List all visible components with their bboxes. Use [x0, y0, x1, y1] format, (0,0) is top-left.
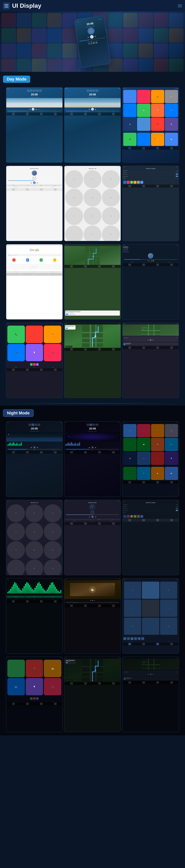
header-left: UI Display: [3, 2, 41, 9]
day-social-screen: 17:45BT ● SocialMusic 华乐_0198.mp4 华乐_019…: [122, 244, 179, 319]
night-mode-section: Night Mode 20:08●●● 20:08 A soothing pla…: [0, 406, 185, 736]
night-bt-call-screen: 17:45BT ● Bluetooth_Call 1 2 3 4 5 6 7 8…: [6, 500, 63, 575]
day-mode-section: Day Mode 20:08●●● 20:08 A soothing place…: [0, 72, 185, 401]
menu-button[interactable]: [3, 2, 10, 9]
day-bt-call-screen: 17:45BT ● Bluetooth_Call 1 2 3 4 5 6 7 8…: [64, 166, 121, 241]
svg-rect-37: [141, 668, 160, 669]
svg-rect-21: [141, 330, 160, 331]
day-music-screen-1: 20:08●●● 20:08 A soothing place of still…: [6, 87, 63, 163]
night-bt-settings-screen: 17:45BT ● Bluetooth_Settings Device name…: [122, 500, 179, 575]
night-music-1: 20:08●●● 20:08 A soothing place of still…: [6, 422, 63, 497]
hero-controls: ⏮ ⏸ ⏭: [87, 34, 96, 39]
night-equalizer-screen: 01:54BT 31621252505001k2k4k8k16k BASS MI…: [6, 578, 63, 654]
night-bt-music-screen: 17:43BT ● Bluetooth_Music 🎵 Music Title …: [64, 500, 121, 575]
hero-section: ●●WiFi BT 20:08 A soothing place of stil…: [0, 11, 185, 72]
night-waze-screen: 03:33BT ● Sunny Coffee Sistern Resta: [64, 657, 121, 732]
night-mode-badge: Night Mode: [3, 409, 34, 417]
night-row-1: 20:08●●● 20:08 A soothing place of still…: [3, 420, 182, 498]
night-carplay-screen: 16:51BT ● 📞 🎵 📻 📺 🎙 🎧 S 🎵 P EMAILGPSAUTS: [6, 657, 63, 732]
day-waze-screen: 03:33BT ● Sunny Coffee Sistern: [64, 322, 121, 398]
mode-divider: [3, 403, 182, 404]
day-row-1: 20:08●●● 20:08 A soothing place of still…: [3, 86, 182, 164]
day-row-3: 01:54BT ● Google 🔍 Search or type URL G …: [3, 243, 182, 321]
day-nav-screen: 03:32BT ●: [64, 244, 121, 319]
night-media-screen: 03:32BT 🍜 📷 ⏮ ▶ ⏭ EMAILGPSAUTS: [64, 578, 121, 654]
day-music-screen-2: 20:08●●● 20:08 A soothing place of still…: [64, 87, 121, 163]
svg-text:18:19 ETA: 18:19 ETA: [142, 327, 147, 329]
app-header: UI Display: [0, 0, 185, 11]
night-row-4: 16:51BT ● 📞 🎵 📻 📺 🎙 🎧 S 🎵 P EMAILGPSAUTS: [3, 655, 182, 734]
svg-rect-26: [90, 658, 91, 681]
svg-rect-22: [141, 334, 160, 335]
night-music-2: 20:08●●● 20:08 A soothing place of still…: [64, 422, 121, 497]
page-title: UI Display: [12, 2, 41, 9]
svg-rect-11: [90, 324, 91, 347]
day-bt-music-screen: 17:43BT ● Bluetooth_Music 🎵 Music Title …: [6, 166, 63, 241]
day-home-screen: 17:46BT WiFi 🔭 🎵 📷 ⚙ 📞 💬 🗺 BT 📻 🚗 🎥 📡 📱 …: [122, 87, 179, 163]
night-not-playing-screen: 08:01BT ● 18:19 ETA 9.0 km Not Playing 🎵: [122, 657, 179, 732]
night-row-3: 01:54BT 31621252505001k2k4k8k16k BASS MI…: [3, 577, 182, 655]
nav-lines-button[interactable]: [178, 4, 182, 7]
svg-rect-36: [141, 664, 160, 665]
day-row-2: 17:43BT ● Bluetooth_Music 🎵 Music Title …: [3, 164, 182, 243]
night-row-2: 17:45BT ● Bluetooth_Call 1 2 3 4 5 6 7 8…: [3, 498, 182, 577]
day-mode-badge: Day Mode: [3, 75, 30, 83]
svg-text:9.0 km: 9.0 km: [142, 329, 144, 330]
day-bt-settings-screen: 17:45BT ● Bluetooth_Settings Device name…: [122, 166, 179, 241]
bt-music-label: Bluetooth_Music: [6, 167, 62, 169]
svg-rect-0: [85, 246, 100, 265]
day-not-playing-screen: 08:01BT ● 18:19 ETA 9.0 km Not Playing 🎵: [122, 322, 179, 398]
svg-point-8: [96, 248, 97, 249]
day-google-screen: 01:54BT ● Google 🔍 Search or type URL G …: [6, 244, 63, 319]
hero-device-time: 20:08: [86, 22, 94, 26]
svg-rect-13: [82, 332, 103, 333]
hero-album-art: 🎵: [87, 27, 95, 35]
svg-text:18:19 ETA: 18:19 ETA: [142, 661, 147, 662]
night-nav-screen: 08:01BT ● ↖ ↑ ↗ ← · → ↙ ↓ ↘ 🔊 🎵 📻 📺 ⚙ 🔧: [122, 578, 179, 654]
day-row-4: 16:51BT ● 📞 🎵 📻 📺 🎙 🎧 S 🎵 P EMAILGPSAUTS: [3, 321, 182, 400]
day-carplay-screen: 16:51BT ● 📞 🎵 📻 📺 🎙 🎧 S 🎵 P EMAILGPSAUTS: [6, 322, 63, 398]
night-home-screen: 17:46BT ● 🔭 🎵 📷 ⚙ 📞 💬 🗺 BT 📻 🚗 🎥 📡 📱 🌐 📁: [122, 422, 179, 497]
svg-rect-28: [82, 666, 103, 667]
svg-text:9.0 km: 9.0 km: [142, 663, 144, 664]
